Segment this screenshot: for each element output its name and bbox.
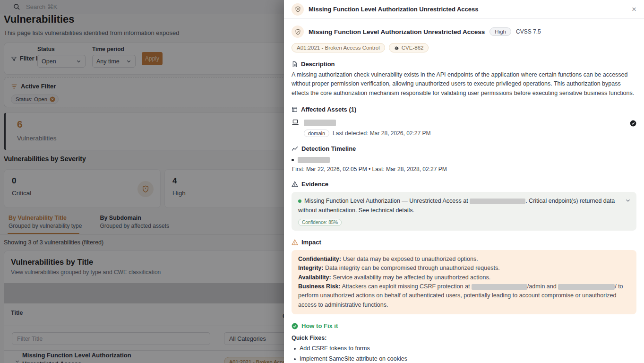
impact-integrity: Integrity: Data integrity can be comprom… [298,264,630,273]
impact-card: Confidentiality: User data may be expose… [292,250,636,314]
affected-asset-row[interactable]: domain Last detected: Mar 28, 2026, 02:2… [292,118,636,137]
timeline-item [292,157,636,163]
asset-type-badge: domain [304,130,329,137]
redacted-timeline-asset [298,157,330,163]
description-section-heading: Description [292,60,636,68]
redacted-url [472,284,527,290]
confidence-badge: Confidence: 85% [298,219,342,226]
owasp-tag: A01:2021 - Broken Access Control [292,43,385,52]
list-item: Implement SameSite attribute on cookies [292,355,636,362]
list-item: Add CSRF tokens to forms [292,345,636,352]
close-icon[interactable]: × [632,5,636,13]
cwe-tag: CVE-862 [389,43,429,52]
impact-confidentiality: Confidentiality: User data may be expose… [298,255,630,264]
assets-icon [292,106,298,112]
description-text: A missing authorization check vulnerabil… [292,70,636,98]
vulnerability-detail-panel: Missing Function Level Authorization Unr… [284,0,644,363]
panel-body: Missing Function Level Authorization Unr… [284,19,644,363]
green-status-dot [298,199,301,203]
verified-icon [630,120,636,127]
severity-badge: High [489,27,511,36]
panel-title: Missing Function Level Authorization Unr… [309,6,479,13]
shield-icon [292,3,304,16]
quick-fixes-label: Quick Fixes: [292,335,636,341]
check-circle-icon [292,323,298,329]
warning-triangle-icon [292,181,298,187]
chevron-down-icon[interactable] [625,198,631,203]
trend-line-icon [292,146,298,152]
impact-availability: Availability: Service availability may b… [298,273,630,282]
cvss-score: CVSS 7.5 [516,28,541,35]
evidence-card[interactable]: Missing Function Level Authorization — U… [292,192,636,231]
how-to-fix-heading: How to Fix it [292,322,636,329]
document-icon [292,61,298,68]
evidence-heading: Evidence [292,181,636,188]
evidence-text: Missing Function Level Authorization — U… [298,197,619,215]
app-window: Vulnerabilities This page lists vulnerab… [0,0,644,363]
timeline-dot [292,159,294,161]
bug-icon [394,45,399,51]
warning-triangle-icon [292,239,298,245]
shield-check-icon [292,26,304,38]
redacted-url [558,284,615,290]
laptop-icon [292,119,299,126]
affected-assets-heading: Affected Assets (1) [292,106,636,113]
impact-business-risk: Business Risk: Attackers can exploit mis… [298,282,630,310]
redacted-domain [304,120,336,126]
detection-timeline-heading: Detection Timeline [292,145,636,152]
panel-header: Missing Function Level Authorization Unr… [284,0,644,19]
redacted-evidence-url [470,199,525,204]
vulnerability-title: Missing Function Level Authorization Unr… [309,28,485,35]
impact-heading: Impact [292,239,636,246]
last-detected-text: Last detected: Mar 28, 2026, 02:27 PM [333,130,430,137]
quick-fixes-list: Add CSRF tokens to forms Implement SameS… [292,345,636,362]
timeline-range-text: First: Mar 22, 2026, 02:05 PM • Last: Ma… [292,166,636,173]
